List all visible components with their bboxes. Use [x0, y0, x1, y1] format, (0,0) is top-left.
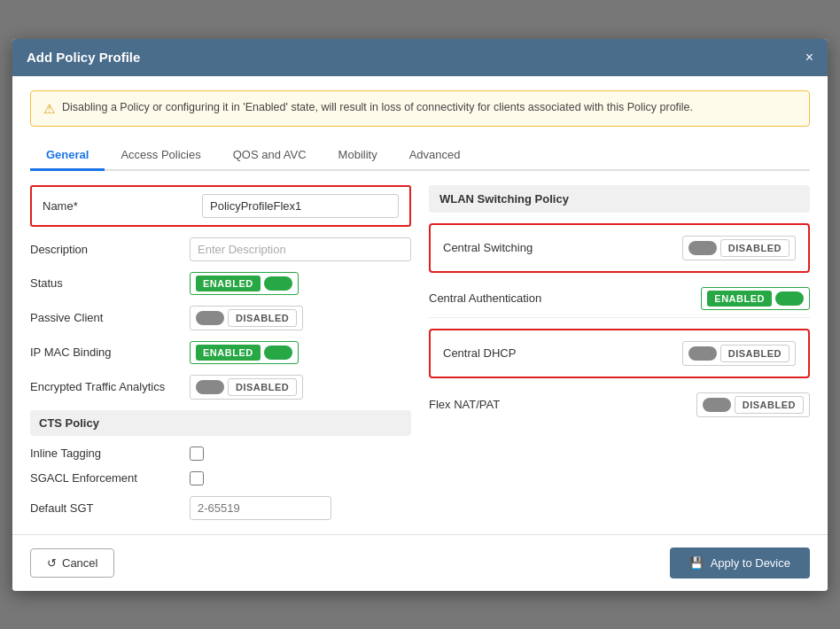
status-switch[interactable] — [264, 276, 292, 291]
status-row: Status ENABLED — [30, 272, 411, 295]
default-sgt-label: Default SGT — [30, 501, 190, 515]
name-label: Name* — [43, 199, 202, 213]
name-row-box: Name* — [30, 185, 411, 227]
flex-nat-value: DISABLED — [735, 396, 804, 414]
inline-tagging-label: Inline Tagging — [30, 447, 190, 460]
ip-mac-label: IP MAC Binding — [30, 346, 190, 359]
central-auth-value: ENABLED — [707, 291, 772, 307]
warning-text: Disabling a Policy or configuring it in … — [62, 100, 693, 116]
inline-tagging-checkbox[interactable] — [190, 447, 204, 461]
default-sgt-input[interactable] — [190, 496, 331, 520]
cts-section-heading: CTS Policy — [30, 410, 411, 436]
apply-label: Apply to Device — [711, 556, 790, 570]
encrypted-value: DISABLED — [228, 378, 297, 396]
central-dhcp-label: Central DHCP — [443, 346, 603, 360]
apply-icon: 💾 — [689, 556, 704, 570]
flex-nat-label: Flex NAT/PAT — [429, 398, 588, 411]
default-sgt-row: Default SGT — [30, 496, 411, 520]
modal-title: Add Policy Profile — [27, 50, 140, 65]
left-panel: Name* Description Status EN — [30, 185, 411, 520]
tab-qos-avc[interactable]: QOS and AVC — [217, 141, 323, 171]
central-dhcp-switch[interactable] — [688, 346, 717, 361]
central-switching-row: Central Switching DISABLED — [429, 223, 810, 273]
apply-button[interactable]: 💾 Apply to Device — [670, 547, 810, 579]
ip-mac-row: IP MAC Binding ENABLED — [30, 341, 411, 364]
modal-header: Add Policy Profile × — [12, 39, 828, 76]
tab-mobility[interactable]: Mobility — [323, 141, 393, 171]
status-label: Status — [30, 276, 190, 290]
central-switching-toggle[interactable]: DISABLED — [682, 236, 796, 260]
ip-mac-switch[interactable] — [264, 346, 292, 360]
name-input[interactable] — [202, 194, 399, 218]
central-dhcp-row: Central DHCP DISABLED — [429, 329, 810, 378]
central-dhcp-toggle[interactable]: DISABLED — [682, 341, 796, 366]
passive-client-label: Passive Client — [30, 311, 190, 324]
tab-general[interactable]: General — [30, 141, 105, 171]
add-policy-profile-modal: Add Policy Profile × ⚠ Disabling a Polic… — [12, 39, 828, 591]
encrypted-label: Encrypted Traffic Analytics — [30, 380, 190, 393]
central-auth-switch[interactable] — [775, 291, 804, 306]
passive-client-toggle[interactable]: DISABLED — [190, 306, 303, 330]
passive-client-row: Passive Client DISABLED — [30, 306, 411, 330]
sgacl-checkbox[interactable] — [190, 471, 204, 485]
ip-mac-value: ENABLED — [196, 345, 261, 361]
modal-body: ⚠ Disabling a Policy or configuring it i… — [12, 76, 828, 534]
central-auth-toggle[interactable]: ENABLED — [701, 287, 810, 310]
central-dhcp-value: DISABLED — [720, 345, 789, 362]
description-control — [190, 237, 411, 261]
passive-client-switch[interactable] — [196, 311, 224, 325]
passive-client-value: DISABLED — [228, 309, 297, 327]
warning-box: ⚠ Disabling a Policy or configuring it i… — [30, 90, 810, 127]
encrypted-toggle[interactable]: DISABLED — [190, 375, 303, 400]
inline-tagging-row: Inline Tagging — [30, 447, 411, 461]
sgacl-row: SGACL Enforcement — [30, 471, 411, 485]
warning-icon: ⚠ — [43, 101, 55, 117]
encrypted-switch[interactable] — [196, 380, 224, 394]
sgacl-label: SGACL Enforcement — [30, 471, 190, 485]
status-toggle[interactable]: ENABLED — [190, 272, 299, 295]
description-input[interactable] — [190, 237, 411, 261]
tab-advanced[interactable]: Advanced — [393, 141, 477, 171]
cancel-label: Cancel — [62, 556, 97, 570]
flex-nat-toggle[interactable]: DISABLED — [696, 392, 810, 417]
central-switching-switch[interactable] — [688, 241, 717, 255]
description-row: Description — [30, 237, 411, 261]
central-switching-label: Central Switching — [443, 241, 603, 254]
encrypted-row: Encrypted Traffic Analytics DISABLED — [30, 375, 411, 400]
description-label: Description — [30, 243, 190, 256]
right-panel: WLAN Switching Policy Central Switching … — [429, 185, 810, 520]
cancel-button[interactable]: ↺ Cancel — [30, 548, 114, 578]
modal-close-button[interactable]: × — [805, 50, 813, 66]
status-value: ENABLED — [196, 276, 261, 291]
content-area: Name* Description Status EN — [30, 185, 810, 520]
ip-mac-toggle[interactable]: ENABLED — [190, 341, 299, 364]
central-switching-value: DISABLED — [720, 239, 789, 257]
modal-footer: ↺ Cancel 💾 Apply to Device — [12, 534, 828, 591]
central-auth-label: Central Authentication — [429, 291, 588, 305]
cancel-icon: ↺ — [47, 556, 57, 570]
tab-access-policies[interactable]: Access Policies — [105, 141, 216, 171]
tabs-container: General Access Policies QOS and AVC Mobi… — [30, 141, 810, 171]
flex-nat-switch[interactable] — [703, 398, 731, 412]
flex-nat-row: Flex NAT/PAT DISABLED — [429, 385, 810, 424]
wlan-heading: WLAN Switching Policy — [429, 185, 810, 213]
central-auth-row: Central Authentication ENABLED — [429, 280, 810, 318]
